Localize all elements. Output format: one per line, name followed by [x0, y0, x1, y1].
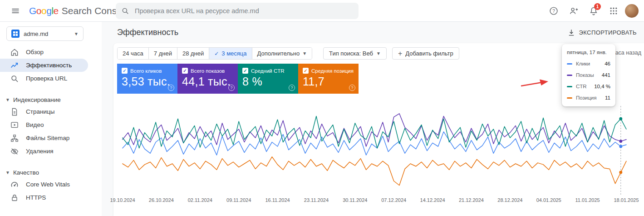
- sitemap-icon: [10, 134, 19, 143]
- metric-card-header: ✓Всего показов: [182, 68, 233, 74]
- metric-label: Средняя позиция: [311, 68, 354, 74]
- sidebar-item-файлы-sitemap[interactable]: Файлы Sitemap: [0, 131, 88, 145]
- x-axis-label: 07.12.2024: [381, 197, 406, 203]
- metric-card-всего-кликов[interactable]: ✓Всего кликов3,53 тыс.?: [117, 64, 177, 94]
- export-button[interactable]: ЭКСПОРТИРОВАТЬ: [567, 29, 637, 37]
- range-chip-label: 7 дней: [154, 50, 172, 57]
- range-chip-label: 28 дней: [182, 50, 204, 57]
- date-range-group: 24 часа7 дней28 дней✓3 месяцаДополнитель…: [117, 47, 312, 60]
- chevron-down-icon: ▼: [5, 170, 10, 175]
- series-color-dash: [567, 86, 572, 87]
- hover-dot-ctr: [619, 117, 622, 121]
- tooltip-row-клики: Клики46: [567, 61, 610, 66]
- x-axis-label: 09.11.2024: [226, 197, 251, 203]
- metric-cards: ✓Всего кликов3,53 тыс.?✓Всего показов44,…: [117, 64, 359, 94]
- range-chip-дополнительно[interactable]: Дополнительно▼: [252, 48, 312, 59]
- sidebar-item-label: Проверка URL: [26, 75, 67, 82]
- metric-value: 11,7: [303, 75, 354, 88]
- chevron-down-icon: ▼: [302, 51, 307, 56]
- sidebar-item-label: Удаления: [26, 148, 54, 155]
- metric-value: 3,53 тыс.: [122, 75, 173, 88]
- range-chip-label: 24 часа: [123, 50, 143, 57]
- range-chip-28-дней[interactable]: 28 дней: [177, 48, 209, 59]
- checkbox-checked-icon: ✓: [182, 68, 188, 74]
- sidebar-section-индексирование[interactable]: ▼Индексирование: [0, 94, 102, 105]
- chart-line-позиция: [123, 157, 626, 186]
- sidebar-item-эффективность[interactable]: Эффективность: [0, 59, 88, 72]
- help-icon: ?: [228, 85, 235, 91]
- property-icon: [11, 30, 20, 38]
- metric-label: Всего кликов: [130, 68, 162, 74]
- hover-dot-позиция: [619, 171, 622, 174]
- sidebar-item-удаления[interactable]: Удаления: [0, 145, 88, 158]
- topbar-actions: ? 1: [545, 2, 644, 20]
- x-axis-label: 11.01.2025: [575, 197, 600, 203]
- x-axis-label: 02.11.2024: [188, 197, 212, 203]
- gauge-icon: [10, 180, 19, 189]
- x-axis-label: 30.11.2024: [343, 197, 367, 203]
- tooltip-metric-value: 11: [605, 95, 610, 100]
- google-logo-text: Google: [29, 5, 59, 16]
- x-axis-label: 26.10.2024: [149, 197, 174, 203]
- sidebar-item-страницы[interactable]: Страницы: [0, 105, 88, 118]
- sidebar-item-core-web-vitals[interactable]: Core Web Vitals: [0, 178, 88, 191]
- sidebar-item-обзор[interactable]: Обзор: [0, 45, 88, 59]
- sidebar-item-label: Страницы: [26, 108, 54, 115]
- sidebar-section-label: Индексирование: [13, 96, 61, 103]
- manage-users-icon[interactable]: [565, 2, 582, 20]
- sidebar-item-label: Эффективность: [26, 62, 72, 69]
- check-icon: ✓: [214, 50, 219, 57]
- search-placeholder: Проверка всех URL на ресурсе adme.md: [135, 7, 259, 15]
- x-axis-label: 18.01.2025: [614, 197, 639, 203]
- notifications-bell-icon[interactable]: 1: [585, 2, 602, 20]
- metric-card-header: ✓Средняя позиция: [303, 68, 354, 74]
- user-avatar[interactable]: [625, 4, 639, 18]
- tooltip-metric-value: 10,4 %: [594, 84, 610, 89]
- sidebar-section-улучшения[interactable]: ▼Улучшения: [0, 213, 102, 216]
- chart-canvas[interactable]: 19.10.202426.10.202402.11.202409.11.2024…: [123, 103, 644, 206]
- sidebar-item-видео[interactable]: Видео: [0, 118, 88, 131]
- sidebar-section-качество[interactable]: ▼Качество: [0, 167, 102, 178]
- search-type-filter[interactable]: Тип поиска: Веб ▼: [323, 47, 387, 60]
- tooltip-metric-label: CTR: [576, 84, 594, 89]
- app-logo[interactable]: Google Search Console: [29, 5, 129, 16]
- tooltip-metric-label: Показы: [576, 72, 602, 78]
- chevron-down-icon: ▼: [74, 31, 79, 36]
- range-chip-24-часа[interactable]: 24 часа: [118, 48, 148, 59]
- sidebar-item-https[interactable]: HTTPS: [0, 191, 88, 204]
- sidebar-item-label: Core Web Vitals: [26, 181, 70, 188]
- help-icon[interactable]: ?: [545, 2, 562, 20]
- range-chip-7-дней[interactable]: 7 дней: [148, 48, 177, 59]
- checkbox-checked-icon: ✓: [303, 68, 309, 74]
- tooltip-row-позиция: Позиция11: [567, 95, 610, 100]
- metric-card-всего-показов[interactable]: ✓Всего показов44,1 тыс.?: [177, 64, 238, 94]
- chart-tooltip: пятница, 17 янв. Клики46Показы441CTR10,4…: [562, 44, 615, 106]
- performance-chart[interactable]: 19.10.202426.10.202402.11.202409.11.2024…: [123, 103, 644, 206]
- search-icon: [121, 7, 129, 15]
- video-icon: [10, 121, 19, 130]
- add-filter-button[interactable]: + Добавить фильтр: [392, 47, 459, 60]
- help-icon: ?: [168, 85, 174, 91]
- google-search-console-app: Google Search Console Проверка всех URL …: [0, 0, 644, 216]
- property-selector[interactable]: adme.md ▼: [6, 26, 84, 41]
- x-axis-label: 21.12.2024: [459, 197, 484, 203]
- range-chip-3-месяца[interactable]: ✓3 месяца: [209, 48, 251, 59]
- tooltip-metric-label: Позиция: [576, 95, 605, 100]
- metric-card-header: ✓Средний CTR: [242, 68, 294, 74]
- sidebar-item-проверка-url[interactable]: Проверка URL: [0, 72, 88, 85]
- help-icon: ?: [289, 85, 295, 91]
- url-inspection-search-input[interactable]: Проверка всех URL на ресурсе adme.md: [116, 3, 359, 19]
- google-apps-grid-icon[interactable]: [605, 2, 622, 20]
- series-color-dash: [567, 63, 572, 65]
- tooltip-row-ctr: CTR10,4 %: [567, 84, 610, 89]
- series-color-dash: [567, 97, 572, 99]
- chart-line-показы: [123, 114, 626, 146]
- hamburger-menu-icon[interactable]: [6, 2, 25, 20]
- page-header: Эффективность ЭКСПОРТИРОВАТЬ: [113, 22, 637, 43]
- tooltip-date: пятница, 17 янв.: [567, 50, 610, 55]
- metric-label: Всего показов: [191, 68, 225, 74]
- svg-text:?: ?: [552, 8, 555, 13]
- metric-card-средняя-позиция[interactable]: ✓Средняя позиция11,7?: [298, 64, 359, 94]
- metric-card-средний-ctr[interactable]: ✓Средний CTR8 %?: [238, 64, 298, 94]
- performance-icon: [10, 61, 19, 70]
